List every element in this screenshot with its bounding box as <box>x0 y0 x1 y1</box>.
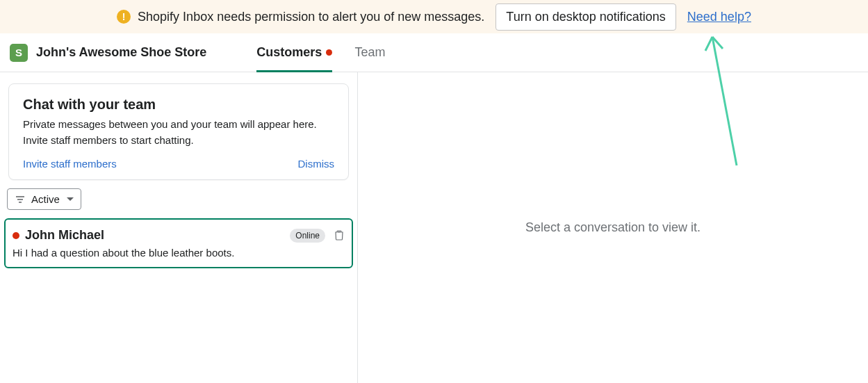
cart-icon <box>334 230 345 241</box>
tab-customers[interactable]: Customers <box>256 33 332 72</box>
detail-panel: Select a conversation to view it. <box>358 72 868 383</box>
help-link[interactable]: Need help? <box>687 10 751 24</box>
alert-icon: ! <box>117 10 131 24</box>
nav-tabs: Customers Team <box>256 33 385 72</box>
unread-dot-icon <box>13 232 19 239</box>
team-card-description: Private messages between you and your te… <box>23 117 334 148</box>
conversation-header: John Michael Online <box>13 228 345 243</box>
dismiss-button[interactable]: Dismiss <box>298 158 335 170</box>
notification-bar: ! Shopify Inbox needs permission to aler… <box>0 0 868 33</box>
status-badge: Online <box>290 229 325 243</box>
conversation-sidebar: Chat with your team Private messages bet… <box>0 72 358 383</box>
conversation-item[interactable]: John Michael Online Hi I had a question … <box>4 218 353 268</box>
filter-label: Active <box>31 193 60 205</box>
tab-customers-label: Customers <box>256 45 322 60</box>
chevron-down-icon <box>67 197 74 201</box>
conversation-name: John Michael <box>25 228 284 243</box>
notification-dot-icon <box>326 49 332 56</box>
filter-dropdown[interactable]: Active <box>7 188 81 210</box>
placeholder-text: Select a conversation to view it. <box>525 220 701 235</box>
tab-team-label: Team <box>354 45 385 60</box>
conversation-preview: Hi I had a question about the blue leath… <box>13 247 345 259</box>
team-chat-card: Chat with your team Private messages bet… <box>8 83 349 180</box>
store-name: John's Awesome Shoe Store <box>36 45 206 60</box>
invite-staff-button[interactable]: Invite staff members <box>23 158 117 170</box>
tab-team[interactable]: Team <box>354 33 385 72</box>
app-header: S John's Awesome Shoe Store Customers Te… <box>0 33 868 72</box>
team-card-actions: Invite staff members Dismiss <box>23 158 334 170</box>
notification-text: Shopify Inbox needs permission to alert … <box>138 10 484 24</box>
enable-notifications-button[interactable]: Turn on desktop notifications <box>496 3 675 31</box>
store-logo[interactable]: S <box>10 44 28 62</box>
team-card-title: Chat with your team <box>23 97 334 113</box>
main-content: Chat with your team Private messages bet… <box>0 72 868 383</box>
filter-icon <box>15 194 26 205</box>
